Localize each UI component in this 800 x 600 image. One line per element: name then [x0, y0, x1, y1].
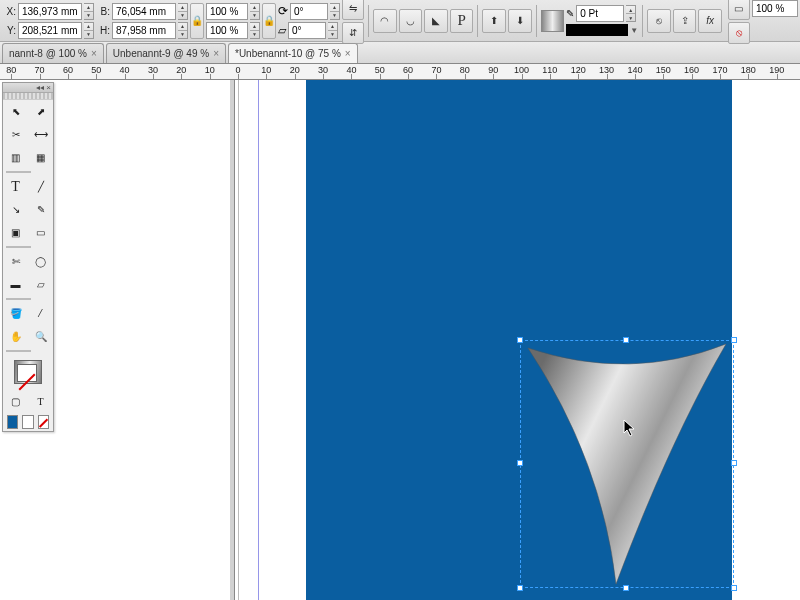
pen-tool[interactable]: ✎ — [28, 198, 53, 221]
lock-scale-button[interactable]: 🔒 — [262, 3, 276, 39]
crop-tool[interactable]: ✂ — [3, 123, 28, 146]
ruler-tick-label: 140 — [627, 65, 642, 75]
ruler-tick-label: 90 — [488, 65, 498, 75]
freehand-tool[interactable]: ⟷ — [28, 123, 53, 146]
y-field[interactable]: 208,521 mm — [18, 22, 82, 39]
bezier-tool[interactable]: ↘ — [3, 198, 28, 221]
eyedropper-tool[interactable]: ⁄ — [28, 302, 53, 325]
export-button[interactable]: ⇪ — [673, 9, 697, 33]
h-spinner[interactable]: ▲▼ — [178, 22, 188, 39]
handle-e[interactable] — [731, 460, 737, 466]
rotation-spinner[interactable]: ▲▼ — [330, 3, 340, 20]
toolbox: ◂◂ × ⬉ ⬈ ✂ ⟷ ▥ ▦ T ╱ ↘ ✎ ▣ ▭ ✄ ◯ ▬ ▱ 🪣 ⁄… — [2, 82, 54, 432]
h-field[interactable]: 87,958 mm — [112, 22, 176, 39]
hand-tool[interactable]: ✋ — [3, 325, 28, 348]
opacity-field[interactable]: 100 % — [752, 0, 798, 17]
tab-label: nannt-8 @ 100 % — [9, 48, 87, 59]
zoom-tool[interactable]: 🔍 — [28, 325, 53, 348]
text-tool[interactable]: T — [3, 175, 28, 198]
table-tool[interactable]: ▦ — [28, 146, 53, 169]
polygon-tool[interactable]: ▬ — [3, 273, 28, 296]
polygon-icon: ▬ — [11, 279, 21, 290]
mirror-horizontal-button[interactable]: ⇋ — [342, 0, 364, 20]
mirror-h-icon: ⇋ — [349, 3, 357, 14]
line-tool[interactable]: ╱ — [28, 175, 53, 198]
page-button[interactable]: ▭ — [728, 0, 750, 20]
guide-line[interactable] — [258, 80, 259, 600]
x-spinner[interactable]: ▲▼ — [84, 3, 94, 20]
recent-color-none[interactable] — [38, 415, 49, 429]
round-corners-button[interactable]: ◠ — [373, 9, 397, 33]
rectangle-tool[interactable]: ▭ — [28, 221, 53, 244]
eyedropper-icon: ⁄ — [40, 308, 42, 319]
knife-tool[interactable]: ✄ — [3, 250, 28, 273]
tab-doc-9[interactable]: Unbenannt-9 @ 49 % × — [106, 43, 226, 63]
position-group: X: 136,973 mm ▲▼ Y: 208,521 mm ▲▼ — [2, 3, 94, 39]
pick-tool[interactable]: ⬉ — [3, 100, 28, 123]
scale-x-field[interactable]: 100 % — [206, 3, 248, 20]
fill-tool[interactable]: 🪣 — [3, 302, 28, 325]
w-field[interactable]: 76,054 mm — [112, 3, 176, 20]
handle-se[interactable] — [731, 585, 737, 591]
text-wrap-button[interactable]: P — [450, 9, 474, 33]
skew-field[interactable]: 0° — [288, 22, 326, 39]
outline-dialog-button[interactable]: ▢ — [3, 390, 28, 413]
scale-x-spinner[interactable]: ▲▼ — [250, 3, 260, 20]
chamfer-corners-button[interactable]: ◣ — [424, 9, 448, 33]
bezier-icon: ↘ — [12, 204, 20, 215]
x-field[interactable]: 136,973 mm — [18, 3, 82, 20]
handle-w[interactable] — [517, 460, 523, 466]
outline-color-dropdown[interactable] — [566, 24, 628, 36]
scissors-icon: ✄ — [12, 256, 20, 267]
color-swatches[interactable] — [3, 354, 53, 390]
mirror-group: ⇋ ⇵ — [342, 0, 364, 44]
graph-tool[interactable]: ▥ — [3, 146, 28, 169]
recent-color-white[interactable] — [22, 415, 33, 429]
handle-nw[interactable] — [517, 337, 523, 343]
tab-doc-8[interactable]: nannt-8 @ 100 % × — [2, 43, 104, 63]
y-spinner[interactable]: ▲▼ — [84, 22, 94, 39]
basic-shapes-tool[interactable]: ▱ — [28, 273, 53, 296]
tab-doc-10[interactable]: *Unbenannt-10 @ 75 % × — [228, 43, 358, 63]
text-dialog-button[interactable]: T — [28, 390, 53, 413]
background-swatch[interactable] — [17, 364, 37, 382]
envelope-tool[interactable]: ▣ — [3, 221, 28, 244]
ruler-tick-label: 10 — [261, 65, 271, 75]
ruler-tick-label: 130 — [599, 65, 614, 75]
close-icon[interactable]: × — [345, 48, 351, 59]
page-icon: ▭ — [734, 3, 743, 14]
convert-curves-button[interactable]: ⎋ — [647, 9, 671, 33]
handle-n[interactable] — [623, 337, 629, 343]
shape-tool[interactable]: ⬈ — [28, 100, 53, 123]
mirror-vertical-button[interactable]: ⇵ — [342, 22, 364, 44]
toolbox-header[interactable]: ◂◂ × — [3, 83, 53, 93]
close-icon[interactable]: × — [91, 48, 97, 59]
rotation-field[interactable]: 0° — [290, 3, 328, 20]
outline-spinner[interactable]: ▲▼ — [626, 5, 636, 22]
canvas[interactable] — [0, 80, 800, 600]
scale-y-field[interactable]: 100 % — [206, 22, 248, 39]
order-front-button[interactable]: ⬆ — [482, 9, 506, 33]
separator — [6, 350, 31, 352]
handle-sw[interactable] — [517, 585, 523, 591]
toolbox-grip[interactable] — [3, 93, 53, 100]
handle-ne[interactable] — [731, 337, 737, 343]
effects-button[interactable]: fx — [698, 9, 722, 33]
no-fill-button[interactable]: ⦸ — [728, 22, 750, 44]
scallop-corners-button[interactable]: ◡ — [399, 9, 423, 33]
lock-ratio-button[interactable]: 🔒 — [190, 3, 204, 39]
w-spinner[interactable]: ▲▼ — [178, 3, 188, 20]
ruler-horizontal[interactable]: 8070605040302010010203040506070809010011… — [0, 64, 800, 80]
size-group: B: 76,054 mm ▲▼ H: 87,958 mm ▲▼ — [96, 3, 188, 39]
fill-dropdown[interactable] — [541, 10, 565, 32]
outline-width-field[interactable]: 0 Pt — [576, 5, 624, 22]
w-label: B: — [96, 6, 110, 17]
separator — [6, 171, 31, 173]
skew-spinner[interactable]: ▲▼ — [328, 22, 338, 39]
order-back-button[interactable]: ⬇ — [508, 9, 532, 33]
scale-y-spinner[interactable]: ▲▼ — [250, 22, 260, 39]
recent-color-blue[interactable] — [7, 415, 18, 429]
handle-s[interactable] — [623, 585, 629, 591]
ellipse-tool[interactable]: ◯ — [28, 250, 53, 273]
close-icon[interactable]: × — [213, 48, 219, 59]
